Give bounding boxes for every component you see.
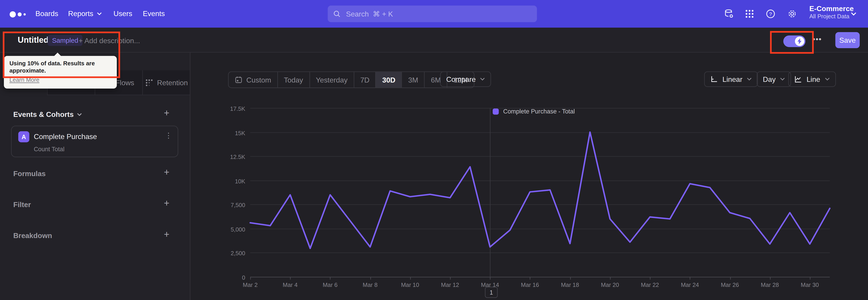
chevron-down-icon bbox=[747, 78, 752, 81]
x-tick bbox=[810, 277, 810, 279]
sampled-badge[interactable]: Sampled bbox=[48, 35, 83, 46]
chevron-down-icon bbox=[96, 12, 101, 16]
x-tick-label: Mar 28 bbox=[761, 281, 779, 288]
lightning-bolt-icon bbox=[797, 38, 802, 44]
data-management-icon[interactable] bbox=[724, 9, 734, 19]
add-description[interactable]: + Add description... bbox=[79, 37, 140, 45]
top-nav: Boards Reports Users Events ? bbox=[0, 0, 868, 28]
x-tick bbox=[370, 277, 370, 279]
x-tick-label: Mar 16 bbox=[521, 281, 539, 288]
calendar-icon bbox=[235, 76, 242, 84]
sampling-toggle[interactable] bbox=[783, 35, 805, 47]
search-input[interactable] bbox=[328, 5, 537, 22]
page-indicator[interactable]: 1 bbox=[485, 287, 498, 298]
x-tick bbox=[690, 277, 690, 279]
chevron-down-icon bbox=[780, 78, 785, 81]
x-tick-label: Mar 6 bbox=[323, 281, 338, 288]
project-switcher[interactable]: E-Commerce All Project Data bbox=[809, 4, 854, 20]
y-tick-label: 10K bbox=[211, 177, 245, 184]
nav-events[interactable]: Events bbox=[143, 9, 165, 18]
x-tick bbox=[570, 277, 570, 279]
range-30d[interactable]: 30D bbox=[376, 72, 402, 88]
range-3m[interactable]: 3M bbox=[401, 72, 424, 88]
scale-dropdown[interactable]: Linear bbox=[704, 71, 758, 87]
y-tick-label: 7,500 bbox=[211, 202, 245, 208]
nav-boards[interactable]: Boards bbox=[35, 9, 58, 18]
nav-users[interactable]: Users bbox=[114, 9, 132, 18]
add-breakdown-button[interactable]: + bbox=[162, 230, 171, 239]
y-tick-label: 0 bbox=[211, 274, 245, 280]
settings-gear-icon[interactable] bbox=[787, 9, 797, 19]
tab-label: Flows bbox=[116, 79, 134, 87]
event-metric[interactable]: Count Total bbox=[34, 146, 64, 152]
mixpanel-logo[interactable] bbox=[9, 11, 30, 18]
event-card[interactable]: A Complete Purchase ⋮ Count Total bbox=[11, 126, 178, 157]
x-tick-label: Mar 12 bbox=[441, 281, 459, 288]
x-tick-label: Mar 22 bbox=[641, 281, 659, 288]
line-chart: Mar 2Mar 4Mar 6Mar 8Mar 10Mar 12Mar 14Ma… bbox=[250, 108, 830, 277]
report-header: Untitled Sampled + Add description... ••… bbox=[0, 28, 868, 53]
tooltip-text: Using 10% of data. Results are approxima… bbox=[9, 60, 112, 74]
compare-dropdown[interactable]: Compare bbox=[440, 71, 491, 87]
series-letter-badge: A bbox=[18, 131, 29, 142]
report-title[interactable]: Untitled bbox=[18, 35, 49, 44]
x-tick bbox=[250, 277, 251, 279]
range-7d[interactable]: 7D bbox=[354, 72, 376, 88]
x-tick-label: Mar 8 bbox=[363, 281, 378, 288]
chevron-down-icon bbox=[825, 78, 830, 81]
tab-label: Retention bbox=[157, 79, 188, 87]
chevron-down-icon bbox=[77, 113, 82, 116]
app-window: Boards Reports Users Events ? bbox=[0, 0, 868, 300]
interval-dropdown[interactable]: Day bbox=[757, 71, 791, 87]
date-range-control: Custom Today Yesterday 7D 30D 3M 6M 12M bbox=[228, 71, 474, 88]
event-name: Complete Purchase bbox=[34, 132, 97, 141]
toggle-knob bbox=[795, 37, 804, 46]
project-chevron-icon[interactable] bbox=[851, 12, 856, 16]
project-name: E-Commerce bbox=[809, 4, 854, 13]
breakdown-label: Breakdown bbox=[13, 232, 52, 240]
add-formula-button[interactable]: + bbox=[162, 168, 171, 177]
help-icon[interactable]: ? bbox=[766, 9, 776, 19]
x-tick-label: Mar 10 bbox=[401, 281, 419, 288]
query-sidebar: Insights Funnels Flows bbox=[0, 53, 190, 300]
y-tick-label: 12.5K bbox=[211, 153, 245, 160]
x-tick bbox=[330, 277, 331, 279]
sampling-tooltip: Using 10% of data. Results are approxima… bbox=[4, 56, 117, 88]
nav-reports[interactable]: Reports bbox=[68, 9, 101, 18]
x-tick-label: Mar 18 bbox=[561, 281, 579, 288]
filter-label: Filter bbox=[13, 201, 31, 209]
y-tick-label: 2,500 bbox=[211, 250, 245, 257]
range-yesterday[interactable]: Yesterday bbox=[309, 72, 354, 88]
x-tick-label: Mar 2 bbox=[243, 281, 258, 288]
chart-type-dropdown[interactable]: Line bbox=[788, 71, 836, 87]
add-event-button[interactable]: + bbox=[162, 109, 171, 118]
learn-more-link[interactable]: Learn More bbox=[9, 77, 39, 83]
y-tick-label: 15K bbox=[211, 129, 245, 136]
x-tick bbox=[650, 277, 650, 279]
svg-text:?: ? bbox=[769, 11, 772, 17]
formulas-label: Formulas bbox=[13, 169, 46, 178]
x-tick bbox=[290, 277, 291, 279]
chevron-down-icon bbox=[480, 78, 485, 81]
retention-icon bbox=[145, 79, 153, 87]
range-today[interactable]: Today bbox=[277, 72, 309, 88]
x-tick bbox=[730, 277, 730, 279]
tab-retention[interactable]: Retention bbox=[142, 70, 190, 95]
event-options-kebab[interactable]: ⋮ bbox=[165, 131, 172, 140]
apps-grid-icon[interactable] bbox=[745, 9, 754, 19]
more-menu[interactable]: ••• bbox=[813, 35, 822, 43]
x-tick-label: Mar 26 bbox=[721, 281, 739, 288]
y-tick-label: 5,000 bbox=[211, 226, 245, 232]
add-filter-button[interactable]: + bbox=[162, 200, 171, 208]
linear-axis-icon bbox=[710, 75, 718, 83]
range-custom[interactable]: Custom bbox=[228, 72, 277, 88]
gridline bbox=[250, 277, 830, 277]
save-button[interactable]: Save bbox=[835, 32, 860, 48]
events-cohorts-header[interactable]: Events & Cohorts bbox=[13, 110, 82, 118]
x-tick-label: Mar 30 bbox=[801, 281, 819, 288]
project-scope: All Project Data bbox=[809, 13, 854, 20]
series-line bbox=[250, 108, 830, 277]
x-tick bbox=[610, 277, 611, 279]
y-tick-label: 17.5K bbox=[211, 105, 245, 112]
search-icon bbox=[333, 10, 340, 18]
